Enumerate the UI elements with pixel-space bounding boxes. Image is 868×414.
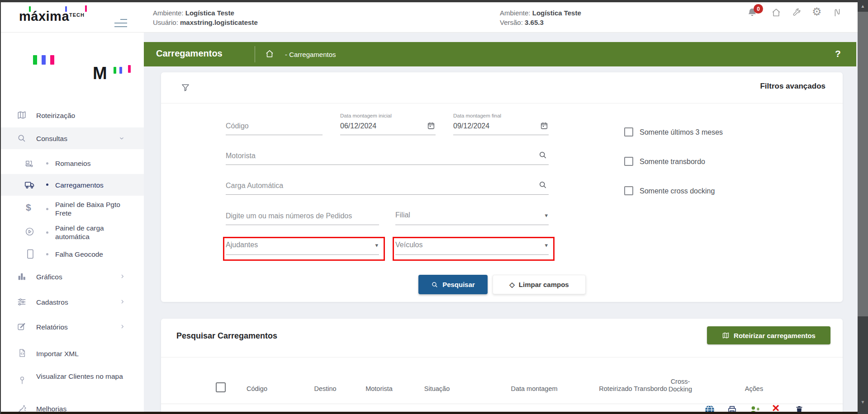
logo-bar-blue <box>42 55 46 65</box>
logo-tick-pink <box>85 5 87 12</box>
tools-wrench-icon[interactable] <box>792 8 802 18</box>
sidebar-item-label: Visualizar Clientes no mapa <box>36 372 127 381</box>
checkbox-label: Somente cross docking <box>640 187 715 195</box>
map-pin-icon <box>18 375 26 386</box>
caret-down-icon: ▾ <box>375 242 378 249</box>
motorista-input[interactable] <box>226 151 549 165</box>
filter-funnel-icon[interactable] <box>181 83 190 92</box>
checkbox-ultimos-3-meses[interactable] <box>624 127 633 136</box>
mobile-icon <box>27 249 34 259</box>
sidebar-item-relatorios[interactable]: Relatórios <box>0 317 144 337</box>
scrollbar-thumb[interactable] <box>858 12 868 316</box>
data-final-input[interactable] <box>453 121 549 135</box>
results-card: Pesquisar Carregamentos Roteirizar carre… <box>161 319 843 414</box>
window-left-edge <box>0 0 1 414</box>
menu-toggle-icon[interactable] <box>114 19 127 28</box>
codigo-input[interactable] <box>226 121 323 135</box>
sidebar-item-carregamentos[interactable]: Carregamentos <box>0 174 144 196</box>
sidebar-item-visualizar-clientes[interactable]: Visualizar Clientes no mapa <box>0 369 144 392</box>
badge-count: 0 <box>757 6 760 12</box>
ajudantes-select-value: Ajudantes <box>226 241 258 249</box>
brand-suffix: TECH <box>69 12 85 18</box>
sidebar-item-label: Relatórios <box>36 323 68 331</box>
edit-icon <box>17 322 26 331</box>
logo-bar-pink <box>50 55 54 65</box>
roteirizar-button-label: Roteirizar carregamentos <box>734 332 816 339</box>
sidebar-item-cadastros[interactable]: Cadastros <box>0 292 144 312</box>
versao-label: Versão: <box>500 19 523 26</box>
pesquisar-button[interactable]: Pesquisar <box>418 275 488 294</box>
caret-down-icon: ▾ <box>545 212 548 219</box>
sidebar-item-label: Painel de carga automática <box>55 224 130 241</box>
filters-title: Filtros avançados <box>760 82 825 91</box>
column-header-codigo: Código <box>247 385 267 392</box>
sidebar-item-roteirizacao[interactable]: Roteirização <box>0 105 144 126</box>
logo-m-bar-pink <box>128 65 131 73</box>
map-icon <box>17 110 27 120</box>
column-header-data-montagem: Data montagem <box>511 385 557 392</box>
versao-value: 3.65.3 <box>525 19 544 26</box>
help-button[interactable]: ? <box>835 48 841 59</box>
home-icon[interactable] <box>771 8 781 18</box>
sidebar-item-painel-baixa[interactable]: $ Painel de Baixa Pgto Frete <box>0 197 144 221</box>
sidebar-item-label: Cadastros <box>36 298 68 306</box>
sidebar-item-label: Melhorias <box>36 405 66 412</box>
calendar-icon[interactable] <box>540 122 548 130</box>
scroll-up-arrow[interactable]: ▲ <box>858 4 868 9</box>
select-all-checkbox[interactable] <box>216 382 226 392</box>
checkbox-label: Somente transbordo <box>640 158 705 166</box>
column-header-roteirizado: Roteirizado <box>599 385 632 392</box>
checkbox-somente-transbordo[interactable] <box>624 157 633 166</box>
checkbox-cross-docking[interactable] <box>624 186 633 195</box>
usuario-label: Usuário: <box>153 19 178 26</box>
ambiente-value: Logística Teste <box>185 9 234 17</box>
bullet <box>46 208 48 210</box>
sidebar-item-label: Romaneios <box>55 159 90 168</box>
scroll-down-arrow[interactable]: ▼ <box>858 400 868 405</box>
search-icon[interactable] <box>538 180 547 189</box>
sidebar-item-label: Consultas <box>36 134 67 143</box>
calendar-icon[interactable] <box>427 122 435 130</box>
sidebar: M Roteirização Consultas Romaneios <box>0 33 144 412</box>
breadcrumb-home-icon[interactable] <box>265 49 274 58</box>
filters-card: Filtros avançados Data montagem inicial … <box>161 72 843 302</box>
brand-logo[interactable]: máximaTECH <box>19 9 85 24</box>
roteirizar-carregamentos-button[interactable]: Roteirizar carregamentos <box>707 326 830 344</box>
sidebar-item-label: Falha Geocode <box>55 250 103 259</box>
map-icon <box>722 332 730 339</box>
results-title: Pesquisar Carregamentos <box>176 331 277 341</box>
window-top-edge <box>0 0 868 2</box>
logo-bar-green <box>33 55 37 65</box>
bar-chart-icon <box>17 272 27 282</box>
notifications-badge: 0 <box>754 4 763 14</box>
usuario-value: maxstring.logisticateste <box>180 19 258 26</box>
integration-n-icon[interactable] <box>832 8 842 18</box>
data-inicial-input[interactable] <box>340 121 436 135</box>
veiculos-select[interactable]: Veículos ▾ <box>395 241 549 255</box>
page-title-bar: Carregamentos - Carregamentos ? <box>144 42 856 66</box>
column-header-cross-docking: Cross-Docking <box>665 378 695 393</box>
pedidos-input[interactable] <box>226 211 379 225</box>
logo-m-bar-green <box>114 67 116 74</box>
chevron-down-icon <box>119 135 125 141</box>
sidebar-item-label: Painel de Baixa Pgto Frete <box>55 200 130 217</box>
filial-select[interactable]: Filial ▾ <box>395 211 549 225</box>
data-final-label: Data montagem final <box>453 113 501 118</box>
settings-gear-icon[interactable]: ⚙ <box>812 6 822 17</box>
search-icon <box>431 281 438 288</box>
search-icon[interactable] <box>538 151 547 160</box>
column-header-destino: Destino <box>314 385 336 392</box>
sidebar-item-graficos[interactable]: Gráficos <box>0 267 144 287</box>
sidebar-item-falha-geocode[interactable]: Falha Geocode <box>0 244 144 264</box>
limpar-campos-button[interactable]: ◇ Limpar campos <box>493 275 586 294</box>
ajudantes-select[interactable]: Ajudantes ▾ <box>226 241 379 255</box>
sidebar-item-label: Gráficos <box>36 273 62 281</box>
sidebar-item-romaneios[interactable]: Romaneios <box>0 153 144 174</box>
data-inicial-label: Data montagem inicial <box>340 113 392 118</box>
sidebar-item-importar-xml[interactable]: Importar XML <box>0 343 144 364</box>
chevron-right-icon <box>119 324 125 329</box>
sidebar-item-melhorias[interactable]: Melhorias <box>0 398 144 412</box>
sidebar-item-consultas[interactable]: Consultas <box>0 127 144 149</box>
carga-automatica-input[interactable] <box>226 181 549 195</box>
sidebar-item-painel-carga[interactable]: Painel de carga automática <box>0 221 144 244</box>
